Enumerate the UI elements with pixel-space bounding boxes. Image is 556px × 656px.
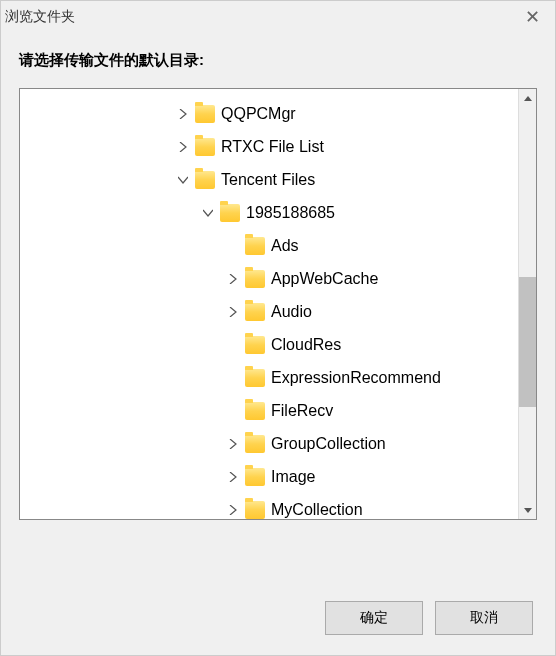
tree-item-label: Image xyxy=(271,468,315,486)
tree-item[interactable]: Image xyxy=(20,460,518,493)
tree-item[interactable]: QQPCMgr xyxy=(20,97,518,130)
folder-icon xyxy=(195,105,215,123)
title-bar: 浏览文件夹 ✕ xyxy=(1,1,555,33)
tree-item[interactable]: Tencent Files xyxy=(20,163,518,196)
cancel-button[interactable]: 取消 xyxy=(435,601,533,635)
browse-folder-dialog: 浏览文件夹 ✕ 请选择传输文件的默认目录: QQPCMgrRTXC File L… xyxy=(0,0,556,656)
tree-item-label: FileRecv xyxy=(271,402,333,420)
tree-item[interactable]: GroupCollection xyxy=(20,427,518,460)
chevron-down-icon[interactable] xyxy=(175,172,191,188)
folder-icon xyxy=(195,171,215,189)
folder-icon xyxy=(195,138,215,156)
folder-icon xyxy=(245,402,265,420)
tree-item[interactable]: Ads xyxy=(20,229,518,262)
folder-tree-container: QQPCMgrRTXC File ListTencent Files198518… xyxy=(19,88,537,520)
tree-item-label: Ads xyxy=(271,237,299,255)
close-icon[interactable]: ✕ xyxy=(517,6,547,28)
scrollbar[interactable] xyxy=(518,89,536,519)
chevron-right-icon[interactable] xyxy=(175,106,191,122)
instruction-label: 请选择传输文件的默认目录: xyxy=(1,33,555,88)
tree-item[interactable]: AppWebCache xyxy=(20,262,518,295)
tree-item-label: GroupCollection xyxy=(271,435,386,453)
scroll-up-icon[interactable] xyxy=(519,89,536,107)
chevron-down-icon[interactable] xyxy=(200,205,216,221)
tree-item[interactable]: RTXC File List xyxy=(20,130,518,163)
folder-icon xyxy=(245,501,265,519)
folder-tree[interactable]: QQPCMgrRTXC File ListTencent Files198518… xyxy=(20,89,518,519)
dialog-title: 浏览文件夹 xyxy=(5,8,75,26)
tree-item[interactable]: CloudRes xyxy=(20,328,518,361)
tree-item-label: RTXC File List xyxy=(221,138,324,156)
tree-item[interactable]: 1985188685 xyxy=(20,196,518,229)
chevron-right-icon[interactable] xyxy=(225,502,241,518)
tree-item-label: AppWebCache xyxy=(271,270,378,288)
chevron-right-icon[interactable] xyxy=(175,139,191,155)
folder-icon xyxy=(245,369,265,387)
folder-icon xyxy=(220,204,240,222)
tree-item[interactable]: Audio xyxy=(20,295,518,328)
folder-icon xyxy=(245,435,265,453)
tree-item[interactable]: ExpressionRecommend xyxy=(20,361,518,394)
chevron-right-icon[interactable] xyxy=(225,469,241,485)
button-row: 确定 取消 xyxy=(325,601,533,635)
scroll-track[interactable] xyxy=(519,107,536,501)
scroll-thumb[interactable] xyxy=(519,277,536,407)
chevron-right-icon[interactable] xyxy=(225,271,241,287)
tree-item[interactable]: MyCollection xyxy=(20,493,518,519)
chevron-right-icon[interactable] xyxy=(225,436,241,452)
tree-item-label: Tencent Files xyxy=(221,171,315,189)
tree-item-label: Audio xyxy=(271,303,312,321)
folder-icon xyxy=(245,468,265,486)
tree-item[interactable]: FileRecv xyxy=(20,394,518,427)
tree-item-label: QQPCMgr xyxy=(221,105,296,123)
ok-button[interactable]: 确定 xyxy=(325,601,423,635)
folder-icon xyxy=(245,336,265,354)
scroll-down-icon[interactable] xyxy=(519,501,536,519)
folder-icon xyxy=(245,237,265,255)
folder-icon xyxy=(245,303,265,321)
folder-icon xyxy=(245,270,265,288)
tree-item-label: ExpressionRecommend xyxy=(271,369,441,387)
tree-item-label: MyCollection xyxy=(271,501,363,519)
tree-item-label: 1985188685 xyxy=(246,204,335,222)
tree-item-label: CloudRes xyxy=(271,336,341,354)
chevron-right-icon[interactable] xyxy=(225,304,241,320)
